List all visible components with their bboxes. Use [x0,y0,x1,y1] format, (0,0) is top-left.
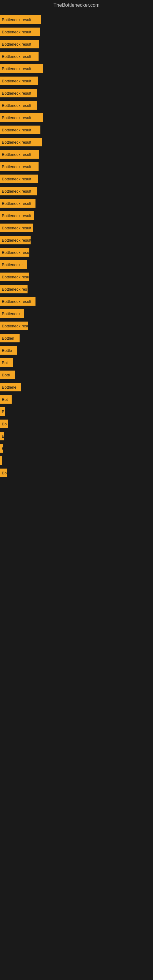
bottleneck-bar: Bottleneck result [0,76,38,85]
bottleneck-bar: Bottleneck result [0,15,41,24]
bar-row: Bo [0,467,153,479]
bottleneck-bar: B [0,444,3,453]
bar-row: Bot [0,356,153,369]
bottleneck-bar: Bottleneck result [0,297,35,305]
bar-row: Bottleneck result [0,222,153,234]
bar-row: Bottleneck result [0,173,153,185]
bar-row: Bottleneck result [0,50,153,62]
bottleneck-bar: Bottlen [0,334,19,342]
bottleneck-bar: Bottleneck result [0,64,43,73]
site-title: TheBottlenecker.com [0,0,153,10]
bottleneck-bar: Bottleneck result [0,126,40,134]
bar-row [0,455,153,467]
bar-row: Bottleneck r [0,258,153,271]
bottleneck-bar: Bottl [0,371,15,379]
bottleneck-bar: Bottle [0,346,17,355]
bar-row: Bottleneck result [0,111,153,124]
bar-row: Bottleneck result [0,148,153,161]
bar-row: B [0,430,153,442]
bottleneck-bar: Bottleneck result [0,162,38,171]
bottleneck-bar: Bottleneck result [0,150,39,159]
bar-row: Bottleneck resu [0,320,153,332]
bottleneck-bar: Bottleneck result [0,224,33,232]
bottleneck-bar: Bottleneck resu [0,272,29,281]
bottleneck-bar [0,456,2,465]
bar-row: Bottlen [0,332,153,344]
bar-row: Bottleneck result [0,295,153,307]
bottleneck-bar: Bottleneck resu [0,248,29,257]
bar-row: Bottleneck result [0,38,153,50]
bottleneck-bar: Bottleneck [0,309,24,318]
bar-row: Bottleneck result [0,136,153,148]
bottleneck-bar: Bottleneck result [0,199,35,208]
bottleneck-bar: Bottleneck result [0,101,37,110]
bar-row: Bottleneck result [0,124,153,136]
bar-row: Bottl [0,369,153,381]
bar-row: Bottle [0,344,153,356]
bottleneck-bar: Bot [0,358,13,367]
bar-row: Bottleneck result [0,185,153,197]
bottleneck-bar: Bottleneck result [0,175,38,183]
bar-row: Bottleneck result [0,62,153,75]
bottleneck-bar: Bo [0,469,7,477]
bar-row: Bottleneck resu [0,271,153,283]
bottleneck-bar: Bottleneck result [0,89,37,97]
bar-row: Bottleneck result [0,13,153,26]
bar-row: Bottleneck res [0,283,153,295]
bottleneck-bar: Bottleneck result [0,113,43,122]
bottleneck-bar: Bottleneck result [0,40,39,48]
bar-row: Bo [0,418,153,430]
bar-row: Bottleneck result [0,210,153,222]
bars-container: Bottleneck resultBottleneck resultBottle… [0,10,153,482]
bar-row: Bottlene [0,381,153,393]
bottleneck-bar: Bottleneck result [0,211,34,220]
bottleneck-bar: B [0,407,5,416]
bar-row: Bottleneck [0,307,153,320]
bottleneck-bar: Bottleneck result [0,138,42,146]
bottleneck-bar: Bottleneck result [0,52,38,60]
bar-row: B [0,406,153,418]
bottleneck-bar: B [0,432,4,441]
bar-row: Bottleneck result [0,161,153,173]
bottleneck-bar: Bottleneck res [0,285,27,293]
bottleneck-bar: Bottleneck r [0,260,27,269]
bar-row: Bottleneck result [0,99,153,111]
bottleneck-bar: Bottleneck result [0,187,37,196]
bar-row: Bottleneck resu [0,246,153,258]
bottleneck-bar: Bo [0,420,8,428]
bar-row: Bottleneck result [0,197,153,210]
bottleneck-bar: Bot [0,395,12,404]
bottleneck-bar: Bottleneck result [0,236,30,244]
bottleneck-bar: Bottlene [0,383,21,391]
bottleneck-bar: Bottleneck result [0,27,40,36]
bar-row: Bot [0,393,153,406]
bar-row: Bottleneck result [0,75,153,87]
bar-row: Bottleneck result [0,234,153,246]
bar-row: B [0,442,153,455]
bottleneck-bar: Bottleneck resu [0,321,28,330]
bar-row: Bottleneck result [0,87,153,99]
bar-row: Bottleneck result [0,26,153,38]
